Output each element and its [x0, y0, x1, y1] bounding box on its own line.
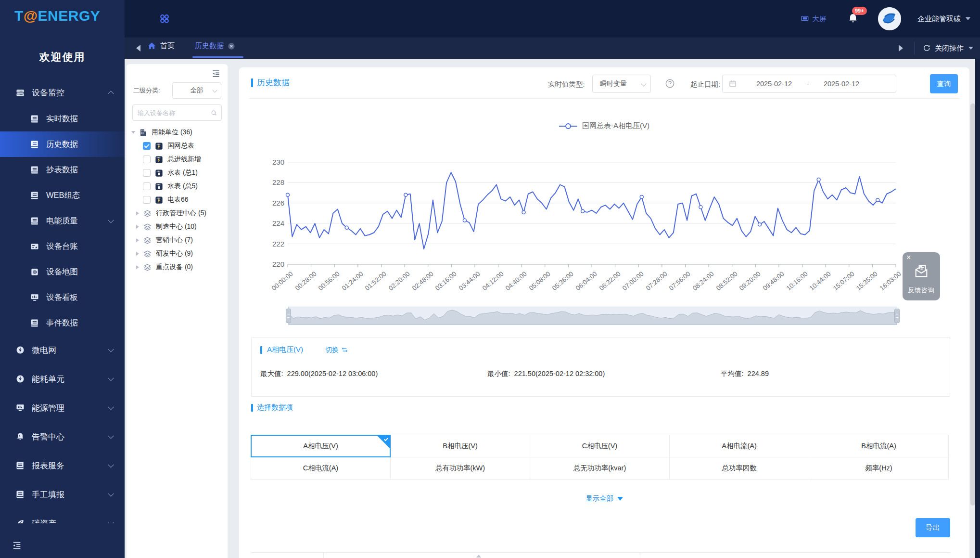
chart-legend[interactable]: 国网总表-A相电压(V): [239, 121, 969, 130]
avg-stat: 平均值: 224.89: [721, 369, 769, 378]
query-button[interactable]: 查询: [930, 74, 958, 93]
export-button[interactable]: 导出: [916, 518, 950, 537]
device-search-input[interactable]: [132, 104, 222, 121]
apps-grid-icon[interactable]: [158, 13, 171, 25]
datazoom-right-handle[interactable]: [894, 309, 900, 323]
mail-icon: [913, 263, 929, 279]
datazoom-left-handle[interactable]: [286, 309, 291, 323]
sidebar-item-device-monitor[interactable]: 设备监控: [0, 79, 125, 106]
sidebar-item-meter-reading-data[interactable]: 抄表数据: [0, 157, 125, 182]
tab-close-icon[interactable]: [228, 42, 235, 50]
chevron-down-icon: [108, 462, 114, 468]
caret-right-icon[interactable]: [136, 211, 139, 215]
tree-node-center[interactable]: 制造中心 (10): [127, 220, 228, 234]
data-item-cell[interactable]: 总有功功率(kW): [390, 457, 530, 480]
checkbox[interactable]: [143, 182, 151, 190]
sidebar-item-carbon-asset[interactable]: 碳资产: [0, 509, 125, 523]
page-title: 历史数据: [257, 77, 290, 88]
layers-icon: [143, 209, 152, 218]
close-operation-dropdown[interactable]: 关闭操作: [935, 44, 973, 53]
tree-node-device[interactable]: 国网总表: [127, 139, 228, 153]
sidebar-item-history-data[interactable]: 历史数据: [0, 131, 125, 157]
caret-right-icon[interactable]: [136, 225, 139, 229]
data-item-cell[interactable]: A相电压(V): [251, 435, 391, 457]
sidebar-collapse-icon[interactable]: [12, 540, 22, 551]
sidebar-item-energy-unit[interactable]: 能耗单元: [0, 364, 125, 393]
x-tick-label: 07:28:00: [645, 270, 669, 292]
switch-metric-link[interactable]: 切换: [325, 346, 348, 354]
feedback-widget[interactable]: × 反馈咨询: [903, 252, 940, 300]
big-screen-button[interactable]: 大屏: [801, 14, 826, 24]
caret-right-icon[interactable]: [136, 265, 139, 269]
user-avatar[interactable]: [878, 7, 901, 30]
tree-node-center[interactable]: 研发中心 (9): [127, 247, 228, 260]
sidebar-item-device-board[interactable]: 设备看板: [0, 285, 125, 310]
tree-node-device[interactable]: 水表 (总5): [127, 180, 228, 193]
sidebar-item-device-ledger[interactable]: 设备台账: [0, 234, 125, 259]
data-item-label: B相电流(A): [861, 441, 896, 451]
tree-node-label: 研发中心 (9): [156, 249, 193, 258]
data-item-cell[interactable]: 总功率因数: [669, 457, 809, 480]
panel-collapse-icon[interactable]: [211, 69, 221, 78]
sidebar-item-event-data[interactable]: 事件数据: [0, 310, 125, 336]
realtime-type-select[interactable]: 瞬时变量: [592, 75, 651, 93]
refresh-icon[interactable]: [922, 44, 931, 52]
checkbox[interactable]: [143, 156, 151, 163]
sidebar-item-device-map[interactable]: 设备地图: [0, 259, 125, 285]
device-tree: 用能单位 (36)国网总表总进线新增水表 (总1)水表 (总5)电表66行政管理…: [127, 126, 228, 274]
checkbox[interactable]: [143, 142, 151, 150]
sidebar-item-realtime-data[interactable]: 实时数据: [0, 106, 125, 131]
checkbox[interactable]: [143, 169, 151, 177]
sidebar-item-web-scada[interactable]: WEB组态: [0, 182, 125, 208]
device-tree-panel: 二级分类: 全部 用能单位 (36)国网总表总进线新增水表 (总1)水表 (总5…: [127, 64, 228, 558]
tree-node-device[interactable]: 电表66: [127, 193, 228, 207]
data-item-cell[interactable]: 频率(Hz): [809, 457, 949, 480]
date-range-picker[interactable]: 2025-02-12 - 2025-02-12: [722, 75, 896, 93]
check-icon: [383, 436, 389, 442]
home-tab[interactable]: 首页: [147, 41, 175, 51]
tab-history-data[interactable]: 历史数据: [195, 41, 235, 51]
sidebar-item-report-service[interactable]: 报表服务: [0, 451, 125, 480]
caret-right-icon[interactable]: [136, 252, 139, 256]
data-item-cell[interactable]: 总无功功率(kvar): [530, 457, 670, 480]
leaf-icon: [15, 519, 25, 523]
data-item-cell[interactable]: B相电流(A): [809, 435, 949, 457]
tree-node-center[interactable]: 重点设备 (0): [127, 260, 228, 274]
tree-node-device[interactable]: 总进线新增: [127, 153, 228, 166]
category-select[interactable]: 全部: [172, 82, 221, 99]
sidebar-item-power-quality[interactable]: 电能质量: [0, 208, 125, 234]
tree-node-root[interactable]: 用能单位 (36): [127, 126, 228, 139]
data-item-cell[interactable]: C相电压(V): [530, 435, 670, 457]
data-item-label: 总无功功率(kvar): [573, 464, 626, 473]
notification-bell[interactable]: 99+: [847, 13, 859, 25]
close-icon[interactable]: ×: [906, 253, 911, 262]
tabs-forward-arrow[interactable]: [899, 45, 903, 52]
data-item-label: 频率(Hz): [865, 464, 892, 473]
book-icon: [30, 216, 39, 226]
sidebar-item-manual-fill[interactable]: 手工填报: [0, 480, 125, 509]
data-item-cell[interactable]: C相电流(A): [251, 457, 391, 480]
layers-icon: [143, 236, 152, 245]
org-selector[interactable]: 企业能管双碳: [917, 14, 970, 24]
help-icon[interactable]: [664, 78, 675, 89]
caret-right-icon[interactable]: [136, 238, 139, 242]
checkbox[interactable]: [143, 196, 151, 204]
data-item-cell[interactable]: B相电压(V): [390, 435, 530, 457]
sidebar-item-microgrid[interactable]: 微电网: [0, 336, 125, 364]
notification-badge: 99+: [852, 7, 867, 15]
data-item-label: 总功率因数: [722, 464, 757, 473]
sidebar-item-label: 告警中心: [32, 431, 64, 442]
screen-icon: [801, 14, 809, 23]
tree-node-device[interactable]: 水表 (总1): [127, 166, 228, 180]
scrollbar-thumb[interactable]: [970, 104, 975, 506]
tabs-back-arrow[interactable]: [136, 45, 140, 52]
app-window: T@ENERGY 欢迎使用 设备监控实时数据历史数据抄表数据WEB组态电能质量设…: [0, 0, 980, 558]
datazoom-slider[interactable]: [288, 307, 897, 325]
show-all-link[interactable]: 显示全部: [239, 494, 969, 503]
data-item-cell[interactable]: A相电流(A): [669, 435, 809, 457]
tree-node-center[interactable]: 行政管理中心 (5): [127, 207, 228, 220]
caret-down-icon[interactable]: [131, 131, 135, 134]
tree-node-center[interactable]: 营销中心 (7): [127, 234, 228, 247]
sidebar-item-energy-mgmt[interactable]: 能源管理: [0, 393, 125, 422]
sidebar-item-alarm-center[interactable]: 告警中心: [0, 422, 125, 451]
